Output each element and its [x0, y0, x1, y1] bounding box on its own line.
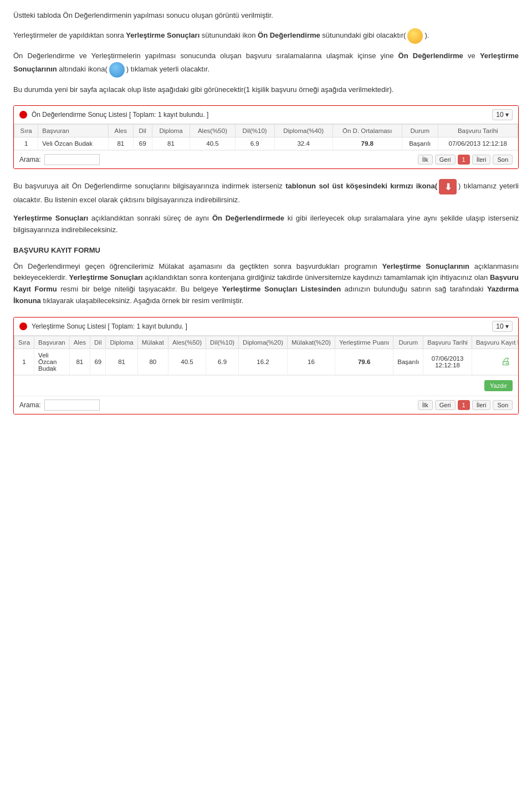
t2-cell-dil: 69	[90, 349, 106, 375]
table2-prev-btn[interactable]: Geri	[435, 400, 456, 410]
table1-last-btn[interactable]: Son	[493, 155, 513, 165]
section-header-basvuru: BAŞVURU KAYIT FORMU	[13, 245, 519, 257]
col-ortalama: Ön D. Ortalaması	[332, 125, 402, 137]
t2-cell-form[interactable]: 🖨	[472, 349, 519, 375]
cell-dil10: 6.9	[235, 137, 274, 150]
table2-footer: Arama: İlk Geri 1 İleri Son	[14, 396, 518, 414]
table1-pagination: İlk Geri 1 İleri Son	[418, 155, 513, 165]
t2-col-sira: Sıra	[14, 336, 34, 349]
blue-circle-icon	[109, 62, 125, 78]
t2-cell-tarih: 07/06/2013 12:12:18	[423, 349, 472, 375]
cell-diploma: 81	[152, 137, 190, 150]
table1-next-btn[interactable]: İleri	[472, 155, 491, 165]
t2-col-dil: Dil	[90, 336, 106, 349]
table2-last-btn[interactable]: Son	[493, 400, 513, 410]
table1-header-row: Sıra Başvuran Ales Dil Diploma Ales(%50)…	[14, 125, 518, 137]
t2-cell-mulakat20: 16	[287, 349, 335, 375]
table-row: 1 Veli Özcan Budak 81 69 81 80 40.5 6.9 …	[14, 349, 519, 375]
cell-diploma40: 32.4	[274, 137, 332, 150]
red-download-icon[interactable]: ⬇	[439, 179, 457, 194]
paragraph-2: Yerleştirmeler de yapıldıktan sonra Yerl…	[13, 28, 519, 44]
t2-cell-ales: 81	[69, 349, 90, 375]
cell-durum: Başarılı	[402, 137, 438, 150]
col-durum: Durum	[402, 125, 438, 137]
table1-footer: Arama: İlk Geri 1 İleri Son	[14, 150, 518, 168]
table2-yazdir-row: Yazdır	[14, 375, 518, 396]
t2-col-puan: Yerleştirme Puanı	[335, 336, 393, 349]
table1-prev-btn[interactable]: Geri	[435, 155, 456, 165]
table2-pagination: İlk Geri 1 İleri Son	[418, 400, 513, 410]
t2-col-dil10: Dil(%10)	[206, 336, 239, 349]
printer-icon[interactable]: 🖨	[501, 356, 511, 367]
yazdir-button[interactable]: Yazdır	[484, 380, 513, 391]
t2-cell-ales50: 40.5	[168, 349, 206, 375]
col-ales: Ales	[108, 125, 133, 137]
t2-col-diploma: Diploma	[106, 336, 137, 349]
col-sira: Sıra	[14, 125, 38, 137]
col-dil10: Dil(%10)	[235, 125, 274, 137]
t2-col-ales50: Ales(%50)	[168, 336, 206, 349]
yellow-circle-icon	[407, 28, 423, 44]
cell-dil: 69	[133, 137, 152, 150]
table1-search-input[interactable]	[44, 154, 100, 165]
t2-col-basvuran: Başvuran	[34, 336, 70, 349]
t2-col-form: Başvuru Kayıt Formu	[472, 336, 519, 349]
table1-title-left: Ön Değerlendirme Sonuç Listesi [ Toplam:…	[19, 111, 208, 119]
table-row: 1 Veli Özcan Budak 81 69 81 40.5 6.9 32.…	[14, 137, 518, 150]
t2-col-ales: Ales	[69, 336, 90, 349]
table1-first-btn[interactable]: İlk	[418, 155, 433, 165]
table2-header-row: Sıra Başvuran Ales Dil Diploma Mülakat A…	[14, 336, 519, 349]
table2-search-area: Arama:	[19, 400, 100, 411]
table1-page1-btn[interactable]: 1	[458, 155, 470, 165]
paragraph-3: Ön Değerlendirme ve Yerleştirmelerin yap…	[13, 50, 519, 78]
table2-red-dot-icon[interactable]	[19, 322, 27, 330]
t2-cell-sira: 1	[14, 349, 34, 375]
table2-search-input[interactable]	[44, 400, 100, 411]
table2-search-label: Arama:	[19, 401, 41, 409]
t2-cell-durum: Başarılı	[393, 349, 423, 375]
col-basvuran: Başvuran	[38, 125, 109, 137]
paragraph-7: Ön Değerlendirmeyi geçen öğrencilerimiz …	[13, 261, 519, 307]
paragraph-6: Yerleştirme Sonuçları açıklandıktan sonr…	[13, 213, 519, 236]
cell-basvuran: Veli Özcan Budak	[38, 137, 109, 150]
table2: Sıra Başvuran Ales Dil Diploma Mülakat A…	[14, 336, 519, 375]
table1-page-size[interactable]: 10 ▾	[492, 109, 513, 120]
table2-page-size[interactable]: 10 ▾	[492, 321, 513, 332]
t2-cell-dil10: 6.9	[206, 349, 239, 375]
t2-col-durum: Durum	[393, 336, 423, 349]
table2-header-bar: Yerleştirme Sonuç Listesi [ Toplam: 1 ka…	[14, 317, 518, 336]
col-diploma: Diploma	[152, 125, 190, 137]
table1-container: Ön Değerlendirme Sonuç Listesi [ Toplam:…	[13, 105, 519, 169]
t2-cell-diploma20: 16.2	[239, 349, 288, 375]
cell-ales: 81	[108, 137, 133, 150]
t2-cell-diploma: 81	[106, 349, 137, 375]
t2-cell-puan: 79.6	[335, 349, 393, 375]
table2-container: Yerleştirme Sonuç Listesi [ Toplam: 1 ka…	[13, 317, 519, 414]
table1: Sıra Başvuran Ales Dil Diploma Ales(%50)…	[14, 124, 518, 150]
table2-title-left: Yerleştirme Sonuç Listesi [ Toplam: 1 ka…	[19, 322, 187, 330]
col-diploma40: Diploma(%40)	[274, 125, 332, 137]
cell-tarih: 07/06/2013 12:12:18	[438, 137, 518, 150]
t2-cell-basvuran: Veli Özcan Budak	[34, 349, 70, 375]
paragraph-4: Bu durumda yeni bir sayfa açılacak olup …	[13, 84, 519, 96]
col-dil: Dil	[133, 125, 152, 137]
col-ales50: Ales(%50)	[190, 125, 236, 137]
table1-search-area: Arama:	[19, 154, 100, 165]
paragraph-5: Bu başvuruya ait Ön Değerlendirme sonuçl…	[13, 179, 519, 206]
table2-first-btn[interactable]: İlk	[418, 400, 433, 410]
table1-header-bar: Ön Değerlendirme Sonuç Listesi [ Toplam:…	[14, 106, 518, 124]
col-tarih: Başvuru Tarihi	[438, 125, 518, 137]
table1-red-dot-icon[interactable]	[19, 111, 27, 119]
cell-ales50: 40.5	[190, 137, 236, 150]
table1-search-label: Arama:	[19, 156, 41, 163]
table2-next-btn[interactable]: İleri	[472, 400, 491, 410]
table2-page1-btn[interactable]: 1	[458, 400, 470, 410]
t2-cell-mulakat: 80	[137, 349, 168, 375]
t2-col-mulakat: Mülakat	[137, 336, 168, 349]
paragraph-1: Üstteki tabloda Ön Değerlendirmenin yapı…	[13, 10, 519, 22]
t2-col-diploma20: Diploma(%20)	[239, 336, 288, 349]
table2-title: Yerleştirme Sonuç Listesi [ Toplam: 1 ka…	[32, 322, 187, 330]
t2-col-mulakat20: Mülakat(%20)	[287, 336, 335, 349]
t2-col-tarih: Başvuru Tarihi	[423, 336, 472, 349]
cell-ortalama: 79.8	[332, 137, 402, 150]
